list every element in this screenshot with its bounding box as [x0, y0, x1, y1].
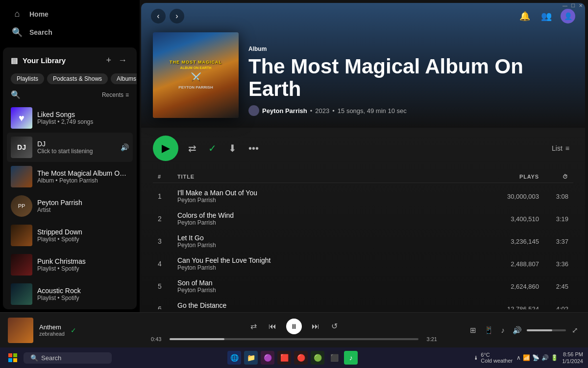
shuffle-button[interactable]: ⇄ [186, 140, 198, 156]
track-header-duration: ⏱ [539, 174, 568, 180]
dj-name: DJ [37, 140, 116, 148]
sys-network-icon[interactable]: 📶 [523, 354, 530, 361]
library-title-btn[interactable]: ▤ Your Library [11, 56, 66, 65]
content-header: ‹ › 🔔 👥 👤 THE MOST MAGICAL [141, 3, 585, 128]
content-body: ▶ ⇄ ✓ ⬇ ••• List ≡ [141, 128, 585, 309]
filter-tab-albums[interactable]: Albums › [111, 73, 137, 84]
library-item-peyton[interactable]: PP Peyton Parrish Artist [7, 191, 133, 221]
track-info-1: I'll Make a Man Out of You Peyton Parris… [177, 189, 490, 204]
filter-tab-podcasts[interactable]: Podcasts & Shows [47, 73, 108, 84]
sys-wifi-icon[interactable]: 📡 [532, 354, 539, 361]
download-button[interactable]: ⬇ [226, 140, 239, 156]
taskbar-app5-icon[interactable]: 🔴 [294, 351, 308, 365]
play-large-button[interactable]: ▶ [153, 136, 178, 161]
np-volume-slider[interactable] [527, 329, 566, 331]
back-button[interactable]: ‹ [151, 9, 166, 23]
track-row-2[interactable]: 2 Colors of the Wind Peyton Parrish 3,40… [153, 207, 573, 230]
track-plays-4: 2,488,807 [490, 260, 539, 268]
sys-battery-icon[interactable]: 🔋 [551, 354, 558, 361]
window-chrome: — ☐ ✕ [558, 0, 588, 11]
np-progress-bar[interactable] [170, 338, 418, 340]
more-options-button[interactable]: ••• [246, 141, 261, 156]
punk-info: Punk Christmas Playlist • Spotify [37, 257, 129, 272]
library-item-liked-songs[interactable]: ♥ Liked Songs Playlist • 2,749 songs [7, 103, 133, 133]
track-name-6: Go the Distance [177, 301, 490, 309]
add-library-button[interactable]: + [104, 53, 113, 68]
sidebar-item-search[interactable]: 🔍 Search [6, 23, 134, 42]
sidebar-search-label: Search [29, 28, 52, 36]
library-search-row: 🔍 Recents ≡ [3, 88, 137, 103]
taskbar-start-button[interactable] [5, 350, 21, 366]
recents-button[interactable]: Recents ≡ [102, 92, 129, 98]
list-view-button[interactable]: List ≡ [548, 142, 573, 154]
np-controls: ⇄ ⏮ ⏸ ⏭ ↺ 0:43 3:21 [151, 319, 437, 342]
taskbar-terminal-icon[interactable]: ⬛ [327, 351, 341, 365]
np-shuffle-button[interactable]: ⇄ [248, 320, 259, 333]
home-icon: ⌂ [12, 9, 23, 19]
artist-name-link[interactable]: Peyton Parrish [262, 107, 307, 115]
header-nav: ‹ › 🔔 👥 👤 [141, 3, 585, 27]
tracks-table: # Title Plays ⏱ 1 I'll Make a Man Out of… [153, 171, 573, 309]
list-view-controls: List ≡ [548, 142, 573, 154]
track-row-1[interactable]: 1 I'll Make a Man Out of You Peyton Parr… [153, 185, 573, 207]
track-row-5[interactable]: 5 Son of Man Peyton Parrish 2,624,860 2:… [153, 275, 573, 298]
taskbar-search-button[interactable]: 🔍 Search [24, 352, 112, 364]
np-connect-button[interactable]: 📱 [482, 324, 495, 337]
np-queue-button[interactable]: ⊞ [468, 324, 478, 337]
minimize-button[interactable]: — [562, 2, 568, 9]
np-lyrics-button[interactable]: ♪ [499, 324, 507, 336]
filter-tab-playlists[interactable]: Playlists [11, 73, 44, 84]
taskbar-spotify-icon[interactable]: ♪ [344, 351, 358, 365]
user-avatar-button[interactable]: 👤 [561, 9, 575, 23]
track-row-4[interactable]: 4 Can You Feel the Love Tonight Peyton P… [153, 253, 573, 275]
sys-speaker-icon[interactable]: 🔊 [541, 354, 549, 361]
library-item-acoustic[interactable]: Acoustic Rock Playlist • Spotify [7, 279, 133, 309]
library-item-dj[interactable]: DJ DJ Click to start listening 🔊 [7, 133, 133, 162]
track-row-6[interactable]: 6 Go the Distance Peyton Parrish 12,786,… [153, 298, 573, 309]
liked-songs-info: Liked Songs Playlist • 2,749 songs [37, 111, 129, 125]
app-container: ⌂ Home 🔍 Search ▤ Your Library + → [0, 0, 588, 368]
taskbar-app3-icon[interactable]: 🟣 [261, 351, 274, 365]
taskbar-widgets-icon[interactable]: 🌐 [227, 351, 241, 365]
np-play-pause-button[interactable]: ⏸ [286, 319, 302, 334]
sidebar-top: ⌂ Home 🔍 Search [0, 0, 140, 45]
track-row-3[interactable]: 3 Let It Go Peyton Parrish 3,236,145 3:3… [153, 230, 573, 253]
forward-button[interactable]: › [170, 9, 184, 23]
np-title: Anthem [39, 323, 65, 331]
nav-arrows: ‹ › [151, 9, 184, 23]
artist-mini-avatar [248, 105, 259, 116]
library-item-punk[interactable]: Punk Christmas Playlist • Spotify [7, 250, 133, 279]
library-item-magical[interactable]: The Most Magical Album On Earth Album • … [7, 162, 133, 191]
np-fullscreen-button[interactable]: ⤢ [570, 324, 580, 337]
track-info-5: Son of Man Peyton Parrish [177, 279, 490, 294]
album-cover: THE MOST MAGICAL ALBUM ON EARTH ⚔️ PEYTO… [153, 32, 239, 118]
library-list: ♥ Liked Songs Playlist • 2,749 songs DJ … [3, 103, 137, 309]
maximize-button[interactable]: ☐ [569, 2, 576, 9]
np-extra: ⊞ 📱 ♪ 🔊 ⤢ [443, 324, 580, 337]
np-prev-button[interactable]: ⏮ [267, 320, 278, 333]
album-title: The Most Magical Album On Earth [248, 55, 573, 100]
np-repeat-button[interactable]: ↺ [329, 320, 340, 333]
library-item-stripped[interactable]: Stripped Down Playlist • Spotify [7, 221, 133, 250]
notifications-button[interactable]: 🔔 [517, 9, 532, 23]
like-button[interactable]: ✓ [206, 140, 219, 156]
magical-thumb [11, 166, 32, 187]
friends-button[interactable]: 👥 [539, 9, 554, 23]
taskbar-chrome-icon[interactable]: 🟢 [311, 351, 324, 365]
taskbar-app4-icon[interactable]: 🟥 [277, 351, 291, 365]
np-liked-button[interactable]: ✓ [71, 326, 76, 334]
taskbar-explorer-icon[interactable]: 📁 [244, 351, 258, 365]
track-num-6: 6 [158, 305, 177, 309]
track-plays-2: 3,400,510 [490, 215, 539, 223]
sidebar-item-home[interactable]: ⌂ Home [6, 5, 134, 23]
track-info-6: Go the Distance Peyton Parrish [177, 301, 490, 309]
library-actions: + → [104, 53, 129, 68]
sys-chevron-icon[interactable]: ∧ [516, 354, 521, 361]
library-search-icon[interactable]: 🔍 [11, 90, 21, 99]
taskbar-search-label: Search [41, 354, 61, 362]
library-item-emo[interactable]: Emo Forever Playlist • Spotify [7, 309, 133, 309]
expand-library-button[interactable]: → [116, 53, 129, 68]
np-next-button[interactable]: ⏭ [310, 320, 321, 333]
np-volume-icon[interactable]: 🔊 [511, 324, 524, 337]
close-button[interactable]: ✕ [577, 2, 584, 9]
